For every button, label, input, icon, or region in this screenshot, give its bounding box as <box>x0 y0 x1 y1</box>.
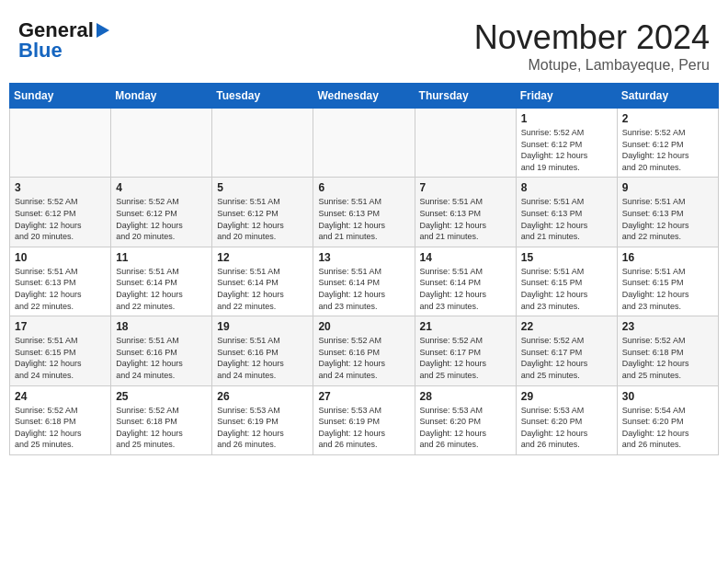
column-header-thursday: Thursday <box>415 84 516 109</box>
calendar-cell: 9Sunrise: 5:51 AM Sunset: 6:13 PM Daylig… <box>617 178 718 247</box>
day-number: 3 <box>15 181 106 194</box>
calendar-cell: 28Sunrise: 5:53 AM Sunset: 6:20 PM Dayli… <box>415 385 516 454</box>
day-info: Sunrise: 5:52 AM Sunset: 6:18 PM Dayligh… <box>15 405 106 451</box>
day-info: Sunrise: 5:51 AM Sunset: 6:16 PM Dayligh… <box>116 335 207 381</box>
day-number: 22 <box>521 320 612 333</box>
logo-blue-text: Blue <box>18 39 63 63</box>
calendar-cell: 21Sunrise: 5:52 AM Sunset: 6:17 PM Dayli… <box>415 316 516 385</box>
day-number: 23 <box>622 320 713 333</box>
calendar-cell: 17Sunrise: 5:51 AM Sunset: 6:15 PM Dayli… <box>10 316 111 385</box>
day-number: 13 <box>318 251 409 264</box>
calendar-cell: 7Sunrise: 5:51 AM Sunset: 6:13 PM Daylig… <box>415 178 516 247</box>
calendar-cell: 30Sunrise: 5:54 AM Sunset: 6:20 PM Dayli… <box>617 385 718 454</box>
column-header-wednesday: Wednesday <box>313 84 415 109</box>
calendar-cell: 1Sunrise: 5:52 AM Sunset: 6:12 PM Daylig… <box>516 109 617 178</box>
day-info: Sunrise: 5:52 AM Sunset: 6:18 PM Dayligh… <box>116 405 207 451</box>
day-info: Sunrise: 5:52 AM Sunset: 6:18 PM Dayligh… <box>622 335 713 381</box>
day-info: Sunrise: 5:51 AM Sunset: 6:14 PM Dayligh… <box>217 266 308 312</box>
day-number: 2 <box>622 112 713 125</box>
day-info: Sunrise: 5:51 AM Sunset: 6:14 PM Dayligh… <box>116 266 207 312</box>
calendar-cell: 10Sunrise: 5:51 AM Sunset: 6:13 PM Dayli… <box>10 247 111 316</box>
month-title: November 2024 <box>474 18 710 57</box>
day-info: Sunrise: 5:51 AM Sunset: 6:14 PM Dayligh… <box>420 266 511 312</box>
day-info: Sunrise: 5:51 AM Sunset: 6:15 PM Dayligh… <box>622 266 713 312</box>
day-number: 10 <box>15 251 106 264</box>
calendar-cell: 15Sunrise: 5:51 AM Sunset: 6:15 PM Dayli… <box>516 247 617 316</box>
day-number: 28 <box>420 390 511 403</box>
day-number: 20 <box>318 320 409 333</box>
day-info: Sunrise: 5:53 AM Sunset: 6:20 PM Dayligh… <box>420 405 511 451</box>
calendar-cell: 5Sunrise: 5:51 AM Sunset: 6:12 PM Daylig… <box>212 178 313 247</box>
calendar-cell: 26Sunrise: 5:53 AM Sunset: 6:19 PM Dayli… <box>212 385 313 454</box>
calendar-cell <box>415 109 516 178</box>
day-number: 19 <box>217 320 308 333</box>
calendar-cell: 11Sunrise: 5:51 AM Sunset: 6:14 PM Dayli… <box>111 247 212 316</box>
calendar-cell <box>10 109 111 178</box>
calendar-cell: 6Sunrise: 5:51 AM Sunset: 6:13 PM Daylig… <box>313 178 415 247</box>
day-info: Sunrise: 5:54 AM Sunset: 6:20 PM Dayligh… <box>622 405 713 451</box>
calendar-week-4: 17Sunrise: 5:51 AM Sunset: 6:15 PM Dayli… <box>10 316 719 385</box>
column-header-friday: Friday <box>516 84 617 109</box>
calendar-cell: 23Sunrise: 5:52 AM Sunset: 6:18 PM Dayli… <box>617 316 718 385</box>
calendar-week-2: 3Sunrise: 5:52 AM Sunset: 6:12 PM Daylig… <box>10 178 719 247</box>
calendar-table: SundayMondayTuesdayWednesdayThursdayFrid… <box>9 83 719 455</box>
day-info: Sunrise: 5:52 AM Sunset: 6:12 PM Dayligh… <box>15 196 106 242</box>
day-info: Sunrise: 5:51 AM Sunset: 6:14 PM Dayligh… <box>318 266 409 312</box>
day-info: Sunrise: 5:52 AM Sunset: 6:17 PM Dayligh… <box>521 335 612 381</box>
day-number: 9 <box>622 181 713 194</box>
day-number: 30 <box>622 390 713 403</box>
day-info: Sunrise: 5:52 AM Sunset: 6:12 PM Dayligh… <box>116 196 207 242</box>
column-header-sunday: Sunday <box>10 84 111 109</box>
logo-arrow-icon <box>97 23 109 38</box>
day-number: 5 <box>217 181 308 194</box>
day-info: Sunrise: 5:52 AM Sunset: 6:12 PM Dayligh… <box>622 127 713 173</box>
calendar-cell: 13Sunrise: 5:51 AM Sunset: 6:14 PM Dayli… <box>313 247 415 316</box>
calendar-cell <box>212 109 313 178</box>
day-info: Sunrise: 5:51 AM Sunset: 6:13 PM Dayligh… <box>318 196 409 242</box>
calendar-week-1: 1Sunrise: 5:52 AM Sunset: 6:12 PM Daylig… <box>10 109 719 178</box>
day-number: 16 <box>622 251 713 264</box>
day-info: Sunrise: 5:52 AM Sunset: 6:12 PM Dayligh… <box>521 127 612 173</box>
column-header-tuesday: Tuesday <box>212 84 313 109</box>
day-info: Sunrise: 5:52 AM Sunset: 6:16 PM Dayligh… <box>318 335 409 381</box>
calendar-cell: 19Sunrise: 5:51 AM Sunset: 6:16 PM Dayli… <box>212 316 313 385</box>
day-number: 12 <box>217 251 308 264</box>
calendar-cell: 27Sunrise: 5:53 AM Sunset: 6:19 PM Dayli… <box>313 385 415 454</box>
day-number: 25 <box>116 390 207 403</box>
day-number: 15 <box>521 251 612 264</box>
day-info: Sunrise: 5:51 AM Sunset: 6:15 PM Dayligh… <box>15 335 106 381</box>
day-info: Sunrise: 5:53 AM Sunset: 6:19 PM Dayligh… <box>217 405 308 451</box>
day-info: Sunrise: 5:51 AM Sunset: 6:13 PM Dayligh… <box>15 266 106 312</box>
day-info: Sunrise: 5:51 AM Sunset: 6:16 PM Dayligh… <box>217 335 308 381</box>
day-number: 11 <box>116 251 207 264</box>
calendar-cell: 25Sunrise: 5:52 AM Sunset: 6:18 PM Dayli… <box>111 385 212 454</box>
column-header-monday: Monday <box>111 84 212 109</box>
calendar-cell: 14Sunrise: 5:51 AM Sunset: 6:14 PM Dayli… <box>415 247 516 316</box>
day-info: Sunrise: 5:51 AM Sunset: 6:13 PM Dayligh… <box>521 196 612 242</box>
calendar-cell: 12Sunrise: 5:51 AM Sunset: 6:14 PM Dayli… <box>212 247 313 316</box>
day-number: 4 <box>116 181 207 194</box>
calendar-cell <box>313 109 415 178</box>
calendar-header-row: SundayMondayTuesdayWednesdayThursdayFrid… <box>10 84 719 109</box>
day-number: 1 <box>521 112 612 125</box>
calendar-week-5: 24Sunrise: 5:52 AM Sunset: 6:18 PM Dayli… <box>10 385 719 454</box>
calendar-cell: 18Sunrise: 5:51 AM Sunset: 6:16 PM Dayli… <box>111 316 212 385</box>
calendar-cell: 16Sunrise: 5:51 AM Sunset: 6:15 PM Dayli… <box>617 247 718 316</box>
calendar-cell: 3Sunrise: 5:52 AM Sunset: 6:12 PM Daylig… <box>10 178 111 247</box>
day-number: 26 <box>217 390 308 403</box>
calendar-cell: 8Sunrise: 5:51 AM Sunset: 6:13 PM Daylig… <box>516 178 617 247</box>
day-info: Sunrise: 5:51 AM Sunset: 6:15 PM Dayligh… <box>521 266 612 312</box>
day-info: Sunrise: 5:53 AM Sunset: 6:19 PM Dayligh… <box>318 405 409 451</box>
day-info: Sunrise: 5:52 AM Sunset: 6:17 PM Dayligh… <box>420 335 511 381</box>
day-info: Sunrise: 5:51 AM Sunset: 6:13 PM Dayligh… <box>622 196 713 242</box>
day-number: 18 <box>116 320 207 333</box>
column-header-saturday: Saturday <box>617 84 718 109</box>
calendar-cell: 22Sunrise: 5:52 AM Sunset: 6:17 PM Dayli… <box>516 316 617 385</box>
calendar-cell: 2Sunrise: 5:52 AM Sunset: 6:12 PM Daylig… <box>617 109 718 178</box>
calendar-cell: 24Sunrise: 5:52 AM Sunset: 6:18 PM Dayli… <box>10 385 111 454</box>
day-info: Sunrise: 5:53 AM Sunset: 6:20 PM Dayligh… <box>521 405 612 451</box>
day-info: Sunrise: 5:51 AM Sunset: 6:12 PM Dayligh… <box>217 196 308 242</box>
location-title: Motupe, Lambayeque, Peru <box>474 57 710 74</box>
day-number: 14 <box>420 251 511 264</box>
day-number: 17 <box>15 320 106 333</box>
